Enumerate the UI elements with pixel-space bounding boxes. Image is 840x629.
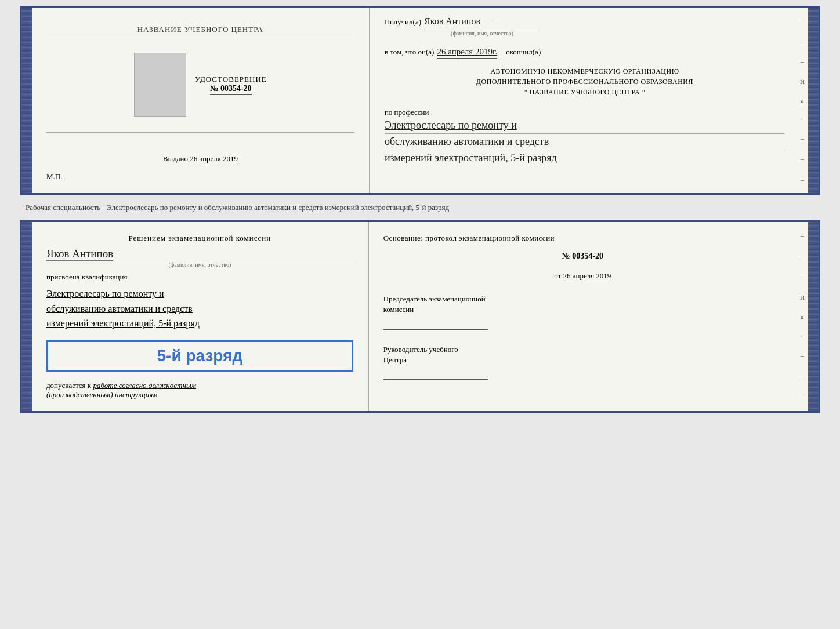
stamp-text: 5-й разряд (57, 347, 343, 365)
допуск-text: работе согласно должностным (93, 381, 196, 390)
director-line2: Центра (383, 355, 407, 364)
org-line2: ДОПОЛНИТЕЛЬНОГО ПРОФЕССИОНАЛЬНОГО ОБРАЗО… (385, 77, 785, 87)
specialty-text: Рабочая специальность - Электрослесарь п… (26, 203, 449, 212)
name-handwritten-bottom: Яков Антипов (46, 248, 113, 261)
top-booklet-left-spine (21, 8, 32, 193)
top-booklet: НАЗВАНИЕ УЧЕБНОГО ЦЕНТРА УДОСТОВЕРЕНИЕ №… (20, 6, 820, 195)
dash-6: – (801, 176, 804, 184)
center-title: НАЗВАНИЕ УЧЕБНОГО ЦЕНТРА (46, 25, 354, 37)
decision-label: Решением экзаменационной комиссии (46, 234, 353, 243)
mark-i: И (800, 78, 805, 85)
cert-label: УДОСТОВЕРЕНИЕ (195, 75, 267, 84)
chairman-block: Председатель экзаменационной комиссии (383, 294, 782, 332)
director-block: Руководитель учебного Центра (383, 344, 782, 383)
from-label: от (554, 271, 561, 280)
profession-block-bottom: Электрослесарь по ремонту и обслуживанию… (46, 286, 353, 331)
issued-label: Выдано (163, 154, 188, 163)
dash-5: – (801, 155, 804, 163)
photo-placeholder (134, 53, 186, 117)
fio-label-bottom: (фамилия, имя, отчество) (46, 261, 353, 268)
bottom-booklet-right-spine (808, 222, 819, 411)
from-date-block: от 26 апреля 2019 (383, 271, 782, 281)
director-title: Руководитель учебного Центра (383, 344, 782, 365)
prof-bottom-3: измерений электростанций, 5-й разряд (46, 316, 353, 331)
mark-back: ← (799, 115, 806, 122)
допуск-text2: (производственным) инструкциям (46, 390, 158, 399)
director-sig-line (383, 368, 488, 380)
cert-issued: Выдано 26 апреля 2019 (163, 154, 238, 165)
mp-label: М.П. (46, 172, 62, 181)
cert-block: УДОСТОВЕРЕНИЕ № 00354-20 (195, 75, 267, 95)
name-block-bottom: Яков Антипов (фамилия, имя, отчество) (46, 248, 353, 268)
bottom-booklet-left-spine (21, 222, 32, 411)
dash-2: – (801, 37, 804, 46)
profession-line1-top: Электрослесарь по ремонту и (385, 119, 785, 132)
in-that-label: в том, что он(а) (385, 48, 435, 57)
rank-stamp: 5-й разряд (46, 340, 353, 372)
fio-label-top: (фамилия, имя, отчество) (424, 30, 540, 37)
top-booklet-left-page: НАЗВАНИЕ УЧЕБНОГО ЦЕНТРА УДОСТОВЕРЕНИЕ №… (32, 8, 370, 193)
chairman-title: Председатель экзаменационной комиссии (383, 294, 782, 315)
profession-line2-top: обслуживанию автоматики и средств (385, 136, 785, 148)
assigned-label: присвоена квалификация (46, 272, 353, 282)
dash-1: – (801, 16, 804, 25)
date-handwritten: 26 апреля 2019г. (437, 47, 497, 59)
допуск-label: допускается к (46, 381, 91, 390)
issued-date: 26 апреля 2019 (190, 154, 238, 165)
dash-3: – (801, 57, 804, 66)
top-booklet-right-spine (808, 8, 819, 193)
prof-bottom-2: обслуживанию автоматики и средств (46, 301, 353, 317)
right-marks-bottom: – – – И а ← – – – (796, 222, 808, 411)
right-marks-top: – – – И а ← – – – (796, 8, 808, 193)
mark-a: а (801, 97, 804, 104)
from-date: 26 апреля 2019 (563, 271, 611, 280)
profession-block-top: по профессии Электрослесарь по ремонту и… (385, 108, 785, 164)
prof-bottom-1: Электрослесарь по ремонту и (46, 286, 353, 301)
received-label: Получил(а) (385, 17, 421, 27)
допуск-block: допускается к работе согласно должностны… (46, 381, 353, 399)
org-block: АВТОНОМНУЮ НЕКОММЕРЧЕСКУЮ ОРГАНИЗАЦИЮ ДО… (385, 66, 785, 97)
finished-label: окончил(а) (506, 48, 541, 57)
org-line1: АВТОНОМНУЮ НЕКОММЕРЧЕСКУЮ ОРГАНИЗАЦИЮ (385, 66, 785, 77)
chairman-line2: комиссии (383, 305, 414, 314)
profession-label-top: по профессии (385, 108, 785, 117)
in-that-row: в том, что он(а) 26 апреля 2019г. окончи… (385, 47, 785, 59)
bottom-booklet: Решением экзаменационной комиссии Яков А… (20, 220, 820, 413)
dash-4: – (801, 134, 804, 143)
bottom-right-page: Основание: протокол экзаменационной коми… (369, 222, 796, 411)
bottom-left-page: Решением экзаменационной комиссии Яков А… (32, 222, 369, 411)
profession-line3-top: измерений электростанций, 5-й разряд (385, 152, 785, 164)
document-wrapper: НАЗВАНИЕ УЧЕБНОГО ЦЕНТРА УДОСТОВЕРЕНИЕ №… (20, 6, 820, 413)
basis-label: Основание: протокол экзаменационной коми… (383, 234, 782, 243)
director-line1: Руководитель учебного (383, 345, 458, 354)
protocol-number: № 00354-20 (383, 252, 782, 261)
name-handwritten-top: Яков Антипов (424, 16, 480, 28)
top-booklet-right-page: Получил(а) Яков Антипов – (фамилия, имя,… (370, 8, 796, 193)
chairman-sig-line (383, 318, 488, 330)
org-line3: " НАЗВАНИЕ УЧЕБНОГО ЦЕНТРА " (385, 87, 785, 97)
cert-number: № 00354-20 (210, 84, 251, 95)
received-row: Получил(а) Яков Антипов – (фамилия, имя,… (385, 16, 785, 37)
middle-text: Рабочая специальность - Электрослесарь п… (20, 199, 820, 216)
chairman-line1: Председатель экзаменационной (383, 294, 486, 303)
